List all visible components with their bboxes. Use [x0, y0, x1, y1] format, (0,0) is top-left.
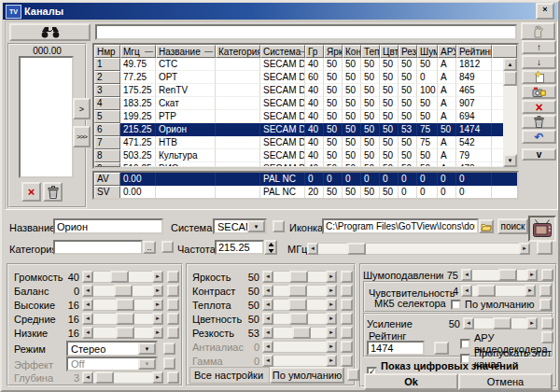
slider-default-button[interactable]: [341, 355, 353, 367]
category-field[interactable]: [53, 240, 143, 255]
slider-left-arrow-icon[interactable]: ◄: [262, 355, 273, 367]
slider-track[interactable]: ◄►: [262, 327, 337, 339]
slider-default-button[interactable]: [341, 299, 353, 311]
name-field[interactable]: [53, 218, 163, 234]
slider-right-arrow-icon[interactable]: ►: [326, 341, 337, 353]
slider-rail[interactable]: [93, 271, 152, 283]
frequency-input[interactable]: [217, 242, 262, 253]
column-header-14[interactable]: Рейтинг^: [456, 45, 492, 58]
search-channel-button[interactable]: поиск: [497, 218, 528, 234]
preset-delete-button[interactable]: ×: [21, 182, 41, 202]
collapse-button[interactable]: v: [522, 148, 556, 161]
move-all-button[interactable]: >>>: [73, 126, 91, 147]
video-extra-button[interactable]: [347, 369, 359, 381]
column-resize-handle[interactable]: —: [204, 47, 213, 56]
channel-row[interactable]: 3175.25RenTVSECAM D405050505050100А465: [94, 84, 517, 97]
slider-rail[interactable]: [318, 243, 519, 255]
slider-thumb[interactable]: [114, 285, 133, 297]
slider-right-arrow-icon[interactable]: ►: [152, 271, 163, 283]
slider-track[interactable]: ◄►: [82, 371, 163, 384]
channel-row[interactable]: 6215.25ОрионSECAM D40505050505375501474: [94, 123, 517, 136]
frequency-field[interactable]: [215, 240, 264, 255]
video-defaults-button[interactable]: По умолчанию: [270, 367, 344, 384]
slider-right-arrow-icon[interactable]: ►: [326, 327, 337, 339]
slider-rail[interactable]: [273, 313, 326, 325]
slider-left-arrow-icon[interactable]: ◄: [461, 269, 472, 281]
preset-trash-button[interactable]: [43, 182, 63, 202]
icon-path-input[interactable]: [324, 220, 477, 232]
channel-row[interactable]: 9519.25ВИОSECAM D40505050505050А470: [94, 162, 517, 167]
ok-button[interactable]: Ok: [364, 373, 458, 390]
slider-default-button[interactable]: [541, 269, 553, 281]
slider-rail[interactable]: [472, 285, 525, 297]
slider-track[interactable]: ◄►: [82, 313, 163, 325]
slider-rail[interactable]: [273, 341, 326, 353]
scroll-thumb[interactable]: [503, 71, 517, 86]
slider-right-arrow-icon[interactable]: ►: [152, 327, 163, 339]
slider-right-arrow-icon[interactable]: ►: [152, 299, 163, 311]
slider-thumb[interactable]: [292, 327, 311, 339]
slider-rail[interactable]: [273, 355, 326, 367]
column-header-4[interactable]: Категория—: [216, 45, 260, 58]
slider-rail[interactable]: [472, 269, 526, 281]
slider-default-button[interactable]: [341, 327, 353, 339]
slider-left-arrow-icon[interactable]: ◄: [82, 313, 93, 325]
column-resize-handle[interactable]: —: [145, 47, 153, 56]
column-header-13[interactable]: АРУ: [438, 45, 456, 58]
column-header-1[interactable]: Нмр: [94, 45, 120, 58]
capture-button[interactable]: [522, 85, 556, 99]
slider-right-arrow-icon[interactable]: ►: [526, 317, 538, 329]
slider-default-button[interactable]: [167, 285, 179, 297]
scroll-down-icon[interactable]: ▼: [503, 154, 517, 167]
slider-rail[interactable]: [273, 327, 326, 339]
name-input[interactable]: [55, 220, 161, 232]
slider-right-arrow-icon[interactable]: ►: [326, 271, 337, 283]
slider-track[interactable]: ◄►: [461, 285, 536, 297]
slider-rail[interactable]: [93, 313, 152, 325]
agc-extra-button[interactable]: [541, 331, 553, 343]
rating-input[interactable]: [369, 343, 423, 354]
slider-track[interactable]: ◄►: [461, 269, 538, 281]
slider-track[interactable]: ◄►: [262, 299, 337, 311]
slider-track[interactable]: ◄►: [82, 327, 163, 339]
column-header-6[interactable]: Гр: [305, 45, 324, 58]
slider-left-arrow-icon[interactable]: ◄: [262, 327, 273, 339]
drag-hand-button[interactable]: [521, 22, 555, 40]
slider-rail[interactable]: [93, 327, 152, 339]
new-channel-button[interactable]: [522, 70, 556, 84]
slider-left-arrow-icon[interactable]: ◄: [262, 285, 273, 297]
slider-left-arrow-icon[interactable]: ◄: [82, 327, 93, 339]
slider-track[interactable]: ◄►: [82, 285, 163, 297]
channel-row[interactable]: 5199.25РТРSECAM D40505050505050А694: [94, 110, 517, 123]
slider-track[interactable]: ◄►: [262, 271, 337, 283]
slider-left-arrow-icon[interactable]: ◄: [82, 271, 93, 283]
mode-combobox[interactable]: Стерео ▼: [66, 341, 158, 357]
slider-default-button[interactable]: [341, 341, 353, 353]
channel-row[interactable]: 7471.25НТВSECAM D40505050505075А542: [94, 136, 517, 149]
slider-right-arrow-icon[interactable]: ►: [525, 285, 536, 297]
cancel-button[interactable]: Отмена: [458, 373, 553, 390]
slider-thumb[interactable]: [477, 285, 496, 297]
close-button[interactable]: ×: [536, 3, 554, 20]
rating-extra-button[interactable]: [434, 342, 449, 355]
slider-left-arrow-icon[interactable]: ◄: [307, 243, 318, 255]
sensitivity-default-checkbox[interactable]: [451, 300, 461, 310]
slider-right-arrow-icon[interactable]: ►: [326, 313, 337, 325]
slider-track[interactable]: ◄►: [82, 299, 163, 311]
slider-thumb[interactable]: [289, 271, 308, 283]
system-default-button[interactable]: [273, 220, 285, 232]
slider-thumb[interactable]: [110, 271, 129, 283]
category-browse-button[interactable]: ..: [143, 241, 156, 254]
all-settings-button[interactable]: Все настройки: [189, 367, 270, 384]
slider-right-arrow-icon[interactable]: ►: [326, 285, 337, 297]
titlebar[interactable]: TV Каналы ×: [3, 3, 557, 20]
slider-default-button[interactable]: [341, 271, 353, 283]
slider-right-arrow-icon[interactable]: ►: [326, 299, 337, 311]
trash-button[interactable]: [522, 115, 556, 129]
slider-default-button[interactable]: [541, 317, 553, 329]
sensitivity-extra-button[interactable]: [539, 299, 552, 311]
slider-right-arrow-icon[interactable]: ►: [326, 355, 337, 367]
slider-rail[interactable]: [93, 371, 152, 384]
system-combobox[interactable]: SECAM D ▼: [213, 218, 267, 234]
column-header-3[interactable]: Название—: [156, 45, 216, 58]
